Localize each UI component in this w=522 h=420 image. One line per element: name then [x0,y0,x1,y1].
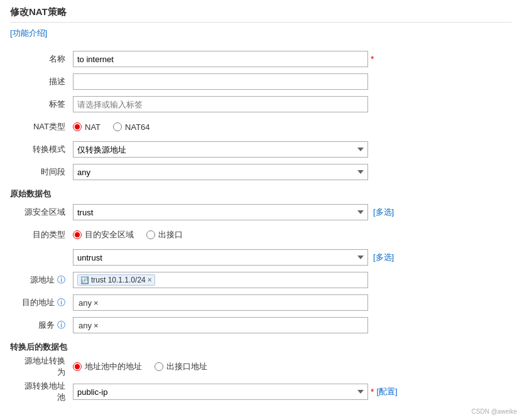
control-src-zone: trust [多选] [73,204,512,220]
radio-addr-pool-input[interactable] [73,362,82,371]
service-tag: any × [77,320,100,331]
service-help-icon[interactable]: ⓘ [57,320,65,330]
row-service: 服务 ⓘ any × [10,315,512,335]
multi-select-link-2[interactable]: [多选] [373,252,394,263]
dst-addr-tag-text: any [79,298,92,308]
input-name[interactable] [73,51,368,67]
control-dst-addr: any × [73,294,512,311]
row-dst-zone-value: untrust [多选] [10,247,512,267]
label-src-pool: 源转换地址池 [10,380,73,403]
radio-dst-interface[interactable]: 出接口 [146,229,183,240]
label-time-period: 时间段 [10,166,73,178]
radio-addr-pool-label: 地址池中的地址 [85,361,142,372]
control-service: any × [73,317,512,333]
row-dst-addr: 目的地址 ⓘ any × [10,293,512,313]
dst-addr-tag-area[interactable]: any × [73,294,368,311]
radio-dst-interface-input[interactable] [146,230,155,239]
control-src-pool: public-ip * [配置] [73,384,512,400]
control-nat-type: NAT NAT64 [73,122,512,132]
radio-nat64[interactable]: NAT64 [113,122,150,132]
func-intro-link[interactable]: [功能介绍] [10,28,47,39]
row-name: 名称 * [10,49,512,69]
radio-dst-zone-label: 目的安全区域 [85,229,134,240]
radio-dst-zone[interactable]: 目的安全区域 [73,229,134,240]
radio-nat-input[interactable] [73,122,82,131]
form-section: 名称 * 描述 标签 NAT类型 [10,49,512,403]
radio-nat-label: NAT [85,122,101,132]
select-time-period[interactable]: any [73,164,368,180]
watermark: CSDN @aweike [472,408,517,415]
control-tag [73,96,512,112]
label-desc: 描述 [10,76,73,87]
row-src-zone: 源安全区域 trust [多选] [10,202,512,222]
multi-select-link-1[interactable]: [多选] [373,207,394,218]
row-desc: 描述 [10,72,512,92]
config-link[interactable]: [配置] [376,386,397,397]
row-src-convert: 源地址转换为 地址池中的地址 出接口地址 [10,355,512,378]
select-dst-zone[interactable]: untrust [73,249,368,266]
label-tag: 标签 [10,99,73,110]
select-convert-mode[interactable]: 仅转换源地址 [73,141,368,158]
control-time-period: any [73,164,512,180]
src-addr-tag-area[interactable]: 🔃 trust 10.1.1.0/24 × [73,272,368,288]
src-addr-help-icon[interactable]: ⓘ [57,275,65,284]
page-container: 修改NAT策略 [功能介绍] 名称 * 描述 标签 NAT类型 [0,0,522,420]
row-src-pool: 源转换地址池 public-ip * [配置] [10,380,512,403]
section-original-packet: 原始数据包 [10,188,512,200]
src-addr-tag-remove[interactable]: × [148,276,152,284]
control-convert-mode: 仅转换源地址 [73,141,512,158]
radio-nat64-input[interactable] [113,122,122,131]
radio-group-nat: NAT NAT64 [73,122,150,132]
radio-interface-addr[interactable]: 出接口地址 [155,361,207,372]
row-src-addr: 源地址 ⓘ 🔃 trust 10.1.1.0/24 × [10,270,512,290]
label-name: 名称 [10,53,73,65]
radio-dst-interface-label: 出接口 [158,229,183,240]
radio-interface-addr-label: 出接口地址 [166,361,207,372]
service-tag-area[interactable]: any × [73,317,368,333]
radio-nat[interactable]: NAT [73,122,101,132]
row-dst-type: 目的类型 目的安全区域 出接口 [10,225,512,245]
service-tag-text: any [79,321,92,330]
service-tag-remove[interactable]: × [94,321,99,330]
radio-group-dst-type: 目的安全区域 出接口 [73,229,183,240]
input-tag[interactable] [73,96,368,112]
radio-nat64-label: NAT64 [125,122,150,132]
radio-interface-addr-input[interactable] [155,362,163,371]
row-time-period: 时间段 any [10,162,512,182]
input-desc[interactable] [73,73,368,90]
label-convert-mode: 转换模式 [10,144,73,155]
control-dst-zone-value: untrust [多选] [73,249,512,266]
src-addr-tag: 🔃 trust 10.1.1.0/24 × [77,274,155,286]
control-desc [73,73,512,90]
radio-dst-zone-input[interactable] [73,230,82,239]
required-star-pool: * [371,387,374,397]
row-convert-mode: 转换模式 仅转换源地址 [10,139,512,159]
select-src-pool[interactable]: public-ip [73,384,368,400]
src-addr-tag-icon: 🔃 [80,276,89,284]
label-dst-type: 目的类型 [10,229,73,240]
src-addr-tag-text: trust 10.1.1.0/24 [91,276,146,284]
radio-addr-pool[interactable]: 地址池中的地址 [73,361,142,372]
row-tag: 标签 [10,94,512,114]
label-src-zone: 源安全区域 [10,207,73,218]
label-dst-addr: 目的地址 ⓘ [10,297,73,308]
dst-addr-help-icon[interactable]: ⓘ [57,298,65,307]
select-src-zone[interactable]: trust [73,204,368,220]
dst-addr-tag: any × [77,298,100,308]
required-star-name: * [371,54,374,64]
section-converted-packet: 转换后的数据包 [10,342,512,353]
radio-group-src-convert: 地址池中的地址 出接口地址 [73,361,207,372]
page-title: 修改NAT策略 [10,6,512,23]
label-nat-type: NAT类型 [10,121,73,132]
control-src-convert: 地址池中的地址 出接口地址 [73,361,512,372]
label-src-convert: 源地址转换为 [10,355,73,378]
control-name: * [73,51,512,67]
control-src-addr: 🔃 trust 10.1.1.0/24 × [73,272,512,288]
dst-addr-tag-remove[interactable]: × [94,298,99,308]
row-nat-type: NAT类型 NAT NAT64 [10,117,512,137]
label-src-addr: 源地址 ⓘ [10,274,73,286]
label-service: 服务 ⓘ [10,320,73,331]
control-dst-type: 目的安全区域 出接口 [73,229,512,240]
